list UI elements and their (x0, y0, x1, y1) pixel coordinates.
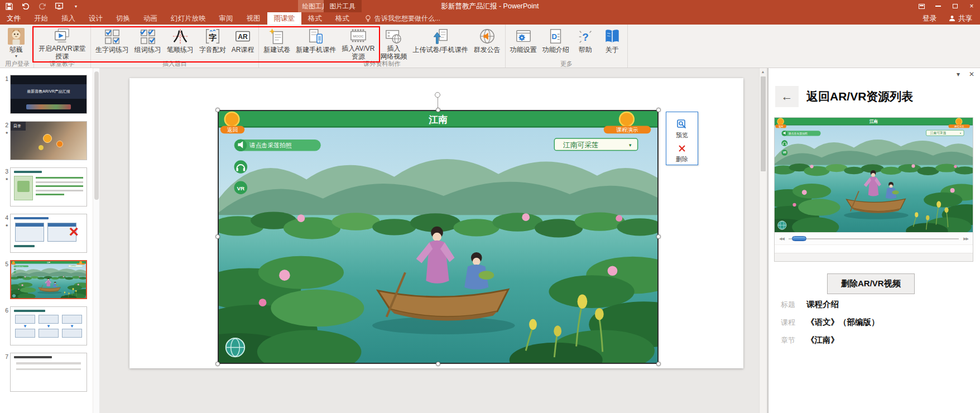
tab-切换[interactable]: 切换 (109, 12, 137, 25)
delete-label[interactable]: 删除 (676, 155, 688, 164)
save-icon[interactable] (4, 2, 13, 11)
phrase-practice-icon (139, 27, 157, 45)
tab-审阅[interactable]: 审阅 (213, 12, 240, 25)
metadata-value: 课程介绍 (806, 299, 839, 310)
forward-icon[interactable]: ▶▶ (963, 237, 968, 241)
ribbon-button-AR课程[interactable]: ARAR课程 (229, 26, 257, 60)
tab-设计[interactable]: 设计 (82, 12, 109, 25)
tab-插入[interactable]: 插入 (55, 12, 82, 25)
resize-handle-e[interactable] (656, 234, 661, 239)
ribbon-button-群发公告[interactable]: 群发公告 (471, 26, 503, 60)
seek-thumb[interactable] (792, 236, 806, 241)
slide-thumbnail-5[interactable]: 江南返回课程演示请点击采莲拍照VR江南可采莲▾ (10, 260, 87, 299)
tab-动画[interactable]: 动画 (137, 12, 164, 25)
resize-handle-w[interactable] (215, 234, 220, 239)
resource-metadata: 标题课程介绍课程《语文》（部编版）章节《江南》 (781, 299, 880, 353)
ribbon-group-用户登录: 邬巍▾用户登录 (1, 25, 34, 68)
ribbon-button-插入AV/VR资源[interactable]: MOOC插入AV/VR资源 (339, 26, 377, 60)
tab-雨课堂[interactable]: 雨课堂 (267, 12, 302, 25)
slide-thumbnail-4[interactable]: × (10, 214, 87, 253)
tab-幻灯片放映[interactable]: 幻灯片放映 (164, 12, 213, 25)
person-icon (949, 15, 955, 22)
ribbon-button-功能设置[interactable]: 功能设置 (507, 26, 540, 60)
customize-qat-icon[interactable]: ▾ (71, 2, 80, 11)
ribbon-button-组词练习[interactable]: 组词练习 (132, 26, 164, 60)
seek-track[interactable] (789, 236, 959, 241)
ribbon-button-开启AR/VR课堂授课[interactable]: 开启AR/VR课堂授课 (36, 26, 89, 60)
ribbon-display-options-button[interactable] (913, 0, 930, 12)
svg-text:MOOC: MOOC (353, 34, 364, 38)
animation-star-icon: ★ (0, 177, 8, 181)
ribbon-button-插入网络视频[interactable]: 插入网络视频 (377, 26, 410, 60)
ribbon-button-关于[interactable]: 关于 (599, 26, 626, 60)
video-scrubber: ◀◀ ▶▶ (775, 232, 973, 244)
sign-in-link[interactable]: 登录 (923, 14, 936, 23)
arvr-scene-image[interactable]: 江南返回课程演示请点击采莲拍照VR江南可采莲▾ (218, 110, 659, 364)
resize-handle-s[interactable] (436, 362, 440, 366)
window-title: 影新普教产品汇报 - PowerPoint (0, 0, 980, 12)
rotation-handle[interactable] (435, 92, 440, 98)
ribbon-button-新建手机课件[interactable]: 新建手机课件 (293, 26, 339, 60)
pane-title: 返回AR/VR资源列表 (806, 89, 913, 104)
svg-text:▾: ▾ (629, 142, 632, 148)
close-button[interactable]: × (963, 0, 980, 12)
restore-button[interactable] (947, 0, 963, 12)
ribbon-button-功能介绍[interactable]: D功能介绍 (540, 26, 572, 60)
slide-thumbnail-1[interactable]: 最新普教AR/VR产品汇报 (10, 75, 87, 114)
resize-handle-sw[interactable] (215, 362, 220, 366)
ribbon-button-帮助[interactable]: ?帮助 (572, 26, 599, 60)
resize-handle-ne[interactable] (656, 108, 661, 112)
preview-icon[interactable] (676, 119, 688, 130)
start-slideshow-icon[interactable] (55, 2, 64, 11)
pane-close-icon[interactable]: ✕ (969, 70, 974, 78)
ribbon-button-邬巍[interactable]: 邬巍▾ (3, 26, 30, 60)
back-button[interactable]: ← (775, 86, 799, 107)
delete-icon[interactable] (676, 143, 688, 154)
tab-格式[interactable]: 格式 (301, 12, 329, 25)
scrollbar-thumb[interactable] (761, 76, 766, 171)
video-preview-frame[interactable]: 江南返回课程演示请点击采莲拍照VR江南可采莲▾ (775, 118, 973, 232)
mobile-courseware-icon (307, 27, 325, 45)
pane-dropdown-icon[interactable]: ▾ (957, 70, 960, 78)
tell-me-placeholder: 告诉我您想要做什么... (374, 14, 440, 23)
web-video-icon (385, 27, 402, 44)
slide-thumbnail-2[interactable]: 目录 (10, 121, 87, 160)
redo-icon[interactable] (38, 2, 47, 11)
slide-thumbnail-3[interactable] (10, 167, 87, 206)
resize-handle-nw[interactable] (215, 108, 220, 112)
ribbon-button-字音配对[interactable]: 字字音配对 (196, 26, 229, 60)
slide-thumbnail-6[interactable]: ▼▼▼ (10, 306, 87, 345)
slide-thumbnail-7[interactable] (10, 353, 87, 392)
resize-handle-n[interactable] (436, 108, 440, 112)
ribbon-group-label: 用户登录 (3, 60, 32, 68)
tab-文件[interactable]: 文件 (0, 12, 27, 25)
resize-handle-se[interactable] (656, 362, 661, 366)
tab-开始[interactable]: 开始 (27, 12, 55, 25)
slide-number: 7 (0, 353, 10, 392)
ribbon-button-笔顺练习[interactable]: 笔顺练习 (164, 26, 196, 60)
minimize-button[interactable] (930, 0, 947, 12)
svg-text:江南: 江南 (428, 114, 448, 125)
svg-text:?: ? (582, 31, 588, 43)
ribbon-group-label: 更多 (507, 60, 626, 68)
thumbnail-scrollbar[interactable] (93, 68, 99, 413)
svg-text:返回: 返回 (227, 127, 238, 133)
metadata-value: 《语文》（部编版） (806, 317, 880, 328)
share-button[interactable]: 共享 (949, 14, 972, 23)
slide-number: 6 (0, 306, 10, 345)
about-icon (603, 27, 621, 45)
help-icon: ? (577, 27, 594, 45)
preview-label[interactable]: 预览 (676, 131, 688, 140)
undo-icon[interactable] (21, 2, 30, 11)
rewind-icon[interactable]: ◀◀ (779, 237, 784, 241)
tab-视图[interactable]: 视图 (240, 12, 267, 25)
delete-arvr-video-button[interactable]: 删除AR/VR视频 (827, 273, 915, 294)
ribbon-button-上传试卷/手机课件[interactable]: 上传试卷/手机课件 (410, 26, 470, 60)
scroll-up-arrow[interactable]: ▲ (760, 68, 766, 76)
canvas-scrollbar[interactable]: ▲ (759, 68, 766, 413)
ribbon-group-课外资料制作: 新建试卷新建手机课件MOOC插入AV/VR资源插入网络视频上传试卷/手机课件群发… (259, 25, 505, 68)
ribbon-button-生字词练习[interactable]: 生字词练习 (93, 26, 132, 60)
ribbon-button-新建试卷[interactable]: 新建试卷 (261, 26, 293, 60)
tab-格式-2[interactable]: 格式 (329, 12, 356, 25)
tell-me-box[interactable]: 告诉我您想要做什么... (365, 12, 440, 25)
